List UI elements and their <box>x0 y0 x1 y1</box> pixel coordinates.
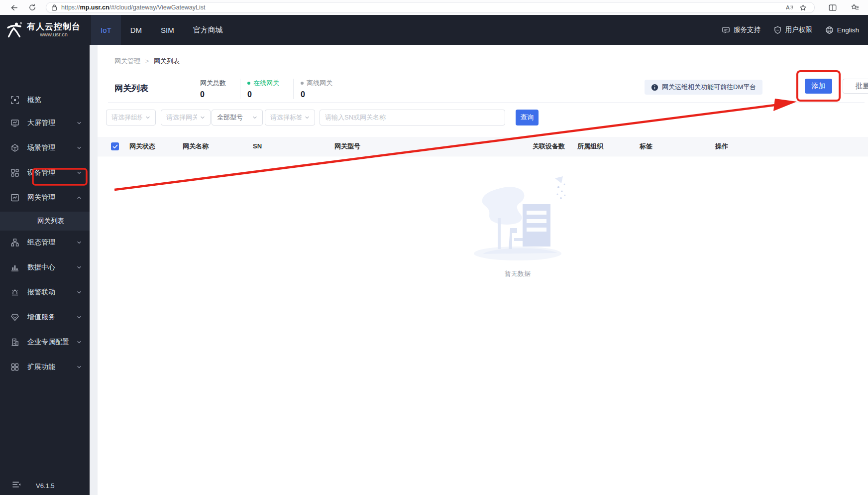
sidebar-item-label: 网关管理 <box>27 193 77 202</box>
sidebar-subitem-网关列表[interactable]: 网关列表 <box>0 212 90 231</box>
stat-value: 0 <box>247 90 279 99</box>
chevron-down-icon <box>77 119 82 127</box>
section-divider <box>108 102 865 103</box>
nav-tab-dm[interactable]: DM <box>121 15 151 45</box>
sidebar-item-企业专属配置[interactable]: 企业专属配置 <box>0 330 90 355</box>
sidebar-item-label: 数据中心 <box>27 263 77 272</box>
read-aloud-icon[interactable]: A <box>783 2 796 12</box>
batch-add-button[interactable]: 批量添加 <box>843 79 868 94</box>
config-icon <box>10 238 19 247</box>
sidebar-subitem-label: 网关列表 <box>37 217 64 226</box>
sidebar-item-设备管理[interactable]: 设备管理 <box>0 160 90 185</box>
split-screen-icon[interactable] <box>826 1 840 14</box>
gateway-icon <box>10 193 19 202</box>
table-header-row: 网关状态网关名称SN网关型号关联设备数所属组织标签操作 <box>98 137 868 156</box>
column-header-网关名称: 网关名称 <box>183 137 209 156</box>
data-icon <box>10 263 19 272</box>
sidebar-item-label: 大屏管理 <box>27 119 77 127</box>
sidebar-item-label: 概览 <box>27 96 90 105</box>
stat-value: 0 <box>301 90 332 99</box>
breadcrumb-item-网关列表: 网关列表 <box>154 57 180 66</box>
header-item-label: English <box>837 26 859 34</box>
svg-text:A: A <box>786 4 790 10</box>
address-bar[interactable]: https://mp.usr.cn/#/cloud/gateway/ViewGa… <box>46 2 815 13</box>
sidebar-collapse-icon[interactable] <box>12 481 21 490</box>
url-text: https://mp.usr.cn/#/cloud/gateway/ViewGa… <box>61 4 783 11</box>
sidebar-item-概览[interactable]: 概览 <box>0 88 90 113</box>
filter-bar: 请选择组织请选择网关状态全部型号请选择标签请输入SN或网关名称 <box>98 110 868 125</box>
header-item-English[interactable]: English <box>825 26 859 34</box>
sidebar-item-场景管理[interactable]: 场景管理 <box>0 135 90 160</box>
sidebar-item-label: 设备管理 <box>27 168 77 177</box>
breadcrumb-item-网关管理[interactable]: 网关管理 <box>114 57 140 66</box>
screen-icon <box>10 119 19 127</box>
column-header-关联设备数: 关联设备数 <box>533 137 565 156</box>
sidebar-item-组态管理[interactable]: 组态管理 <box>0 230 90 255</box>
stat-label: 离线网关 <box>307 79 332 88</box>
page-title: 网关列表 <box>114 83 148 94</box>
header-item-用户权限[interactable]: 用户权限 <box>773 25 812 34</box>
sidebar-item-增值服务[interactable]: 增值服务 <box>0 305 90 330</box>
back-icon[interactable] <box>6 1 21 14</box>
stat-离线网关: 离线网关0 <box>293 79 346 99</box>
chevron-down-icon <box>252 113 257 122</box>
filter-select-请选择标签[interactable]: 请选择标签 <box>265 110 315 125</box>
chevron-down-icon <box>77 338 82 347</box>
globe-icon <box>825 26 834 34</box>
nav-tab-sim[interactable]: SIM <box>151 15 184 45</box>
sidebar-item-扩展功能[interactable]: 扩展功能 <box>0 355 90 379</box>
column-header-SN: SN <box>253 137 262 156</box>
add-button[interactable]: 添加 <box>805 79 832 94</box>
device-icon <box>10 168 19 177</box>
gateway-stats: 网关总数0在线网关0离线网关0 <box>193 79 346 99</box>
status-dot <box>247 82 250 85</box>
column-header-网关型号: 网关型号 <box>334 137 360 156</box>
chevron-down-icon <box>200 113 205 122</box>
app-header: 有人云控制台 www.usr.cn IoTDMSIM官方商城 服务支持用户权限E… <box>0 15 868 45</box>
status-dot <box>301 82 304 85</box>
lock-icon <box>51 4 57 11</box>
shield-icon <box>773 26 782 34</box>
alarm-icon <box>10 288 19 297</box>
stat-label: 在线网关 <box>253 79 279 88</box>
favorite-star-icon[interactable] <box>796 2 809 12</box>
nav-tab-官方商城[interactable]: 官方商城 <box>184 15 232 45</box>
header-right: 服务支持用户权限English <box>722 15 859 45</box>
sidebar-item-网关管理[interactable]: 网关管理 <box>0 185 90 210</box>
filter-select-请选择网关状态[interactable]: 请选择网关状态 <box>161 110 211 125</box>
chat-icon <box>722 26 730 34</box>
chevron-down-icon <box>305 113 310 122</box>
header-item-服务支持[interactable]: 服务支持 <box>722 25 760 34</box>
sidebar-item-数据中心[interactable]: 数据中心 <box>0 255 90 280</box>
select-all-checkbox[interactable] <box>111 142 119 150</box>
filter-select-请选择组织[interactable]: 请选择组织 <box>106 110 156 125</box>
content-gutter <box>90 45 98 495</box>
header-item-label: 服务支持 <box>734 25 760 34</box>
chevron-down-icon <box>77 313 82 322</box>
chevron-down-icon <box>77 288 82 297</box>
filter-input-请输入SN或网关名称[interactable]: 请输入SN或网关名称 <box>320 110 505 125</box>
logo-subtitle: www.usr.cn <box>27 31 81 38</box>
filter-placeholder: 请选择网关状态 <box>166 113 197 122</box>
chevron-down-icon <box>77 238 82 247</box>
extension-icon <box>10 363 19 371</box>
logo[interactable]: 有人云控制台 www.usr.cn <box>6 15 81 45</box>
nav-tab-iot[interactable]: IoT <box>91 15 121 45</box>
search-button[interactable]: 查询 <box>516 110 539 125</box>
refresh-icon[interactable] <box>25 1 40 14</box>
enterprise-icon <box>10 338 19 347</box>
sidebar-item-报警联动[interactable]: 报警联动 <box>0 280 90 305</box>
sidebar: 概览大屏管理场景管理设备管理网关管理网关列表组态管理数据中心报警联动增值服务企业… <box>0 45 90 495</box>
dm-platform-notice: 网关运维相关功能可前往DM平台 <box>645 80 762 95</box>
filter-select-全部型号[interactable]: 全部型号 <box>212 110 263 125</box>
chevron-down-icon <box>77 143 82 152</box>
stat-在线网关: 在线网关0 <box>240 79 293 99</box>
sidebar-item-label: 企业专属配置 <box>27 338 77 347</box>
empty-text: 暂无数据 <box>463 269 572 278</box>
sidebar-item-大屏管理[interactable]: 大屏管理 <box>0 111 90 135</box>
empty-illustration <box>463 174 572 261</box>
column-header-网关状态: 网关状态 <box>129 137 155 156</box>
breadcrumb: 网关管理>网关列表 <box>114 57 180 66</box>
collections-icon[interactable] <box>848 1 862 14</box>
filter-placeholder: 请选择标签 <box>270 113 302 122</box>
